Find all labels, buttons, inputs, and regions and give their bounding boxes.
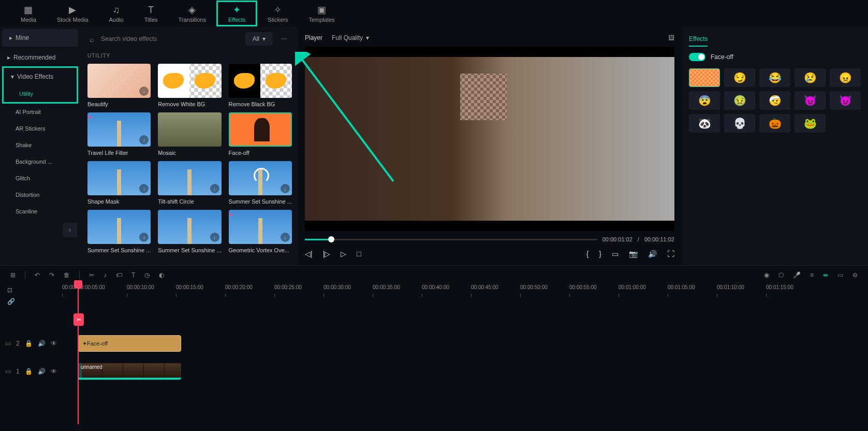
tag-icon[interactable]: 🏷 (116, 271, 122, 279)
timeline-view-icon[interactable]: ⊡ (7, 286, 15, 294)
sidebar-background[interactable]: Background ... (0, 153, 80, 170)
playhead[interactable] (78, 284, 79, 424)
face-option-9[interactable]: 😈 (830, 91, 861, 110)
delete-button[interactable]: 🗑 (64, 271, 70, 279)
sidebar-mine-label: Mine (16, 34, 29, 41)
time-mark-4: 00:00:20:00 (225, 284, 253, 290)
effect-summer-set-1[interactable]: ↓Summer Set Sunshine ... (229, 161, 292, 205)
face-option-5[interactable]: 😨 (689, 91, 720, 110)
more-button[interactable]: ⋯ (278, 35, 290, 42)
text-icon[interactable]: T (131, 271, 135, 279)
sidebar-shake[interactable]: Shake (0, 137, 80, 153)
clip-faceoff[interactable]: ✦ Face-off (78, 335, 181, 352)
sidebar-recommended-label: Recommended (13, 54, 55, 61)
cut-button[interactable]: ✂ (89, 271, 94, 279)
download-icon: ↓ (281, 184, 290, 193)
effect-beautify[interactable]: ↓Beautify (87, 64, 151, 107)
color-icon[interactable]: ◐ (159, 271, 164, 279)
face-option-mosaic[interactable] (689, 68, 720, 87)
filter-dropdown[interactable]: All▾ (245, 32, 273, 46)
nav-stickers[interactable]: ✧Stickers (257, 2, 298, 25)
effect-geometric-vortex[interactable]: ♦↓Geometric Vortex Ove... (229, 210, 292, 253)
effect-summer-set-3[interactable]: ↓Summer Set Sunshine ... (158, 210, 221, 253)
mixer-icon[interactable]: ≡ (810, 271, 814, 279)
lock-icon[interactable]: 🔒 (25, 368, 33, 375)
lock-icon[interactable]: 🔒 (25, 340, 33, 347)
effect-remove-white-bg[interactable]: Remove White BG (158, 64, 221, 107)
fit-icon[interactable]: ▭ (837, 271, 843, 279)
face-option-7[interactable]: 🤕 (759, 91, 790, 110)
sidebar-ai-portrait[interactable]: AI Portrait (0, 104, 80, 120)
face-option-6[interactable]: 🤢 (724, 91, 755, 110)
face-option-8[interactable]: 😈 (795, 91, 826, 110)
snapshot-icon[interactable]: 🖼 (668, 34, 674, 41)
split-marker[interactable]: ✂ (73, 313, 84, 326)
nav-templates[interactable]: ▣Templates (298, 2, 345, 25)
sidebar-mine[interactable]: ▸Mine (2, 29, 78, 47)
visibility-icon[interactable]: 👁 (51, 340, 57, 347)
face-option-2[interactable]: 😂 (759, 68, 790, 87)
nav-stock-media[interactable]: ▶Stock Media (47, 2, 99, 25)
face-option-3[interactable]: 😢 (795, 68, 826, 87)
stickers-icon: ✧ (274, 4, 282, 16)
sidebar-video-effects[interactable]: ▾Video Effects (4, 68, 77, 85)
tab-effects[interactable]: Effects (689, 32, 708, 47)
time-ruler[interactable]: 00:00 00:00:05:00 00:00:10:00 00:00:15:0… (62, 284, 868, 297)
effect-face-off[interactable]: Face-off (229, 112, 292, 156)
sidebar-utility[interactable]: Utility (4, 85, 77, 102)
face-option-4[interactable]: 😠 (830, 68, 861, 87)
effect-summer-set-2[interactable]: ↓Summer Set Sunshine ... (87, 210, 151, 253)
mark-in-button[interactable]: { (586, 250, 589, 258)
marker-icon[interactable]: ⬡ (778, 271, 784, 279)
mute-icon[interactable]: 🔊 (38, 368, 46, 375)
effect-shape-mask[interactable]: ↓Shape Mask (87, 161, 151, 205)
fullscreen-icon[interactable]: ⛶ (667, 250, 674, 258)
face-option-12[interactable]: 🎃 (759, 114, 790, 133)
sidebar-glitch[interactable]: Glitch (0, 170, 80, 186)
mark-out-button[interactable]: } (599, 250, 601, 258)
mute-icon[interactable]: 🔊 (38, 340, 46, 347)
sidebar-ar-stickers[interactable]: AR Stickers (0, 120, 80, 137)
effect-mosaic[interactable]: Mosaic (158, 112, 221, 156)
nav-transitions[interactable]: ◈Transitions (168, 2, 216, 25)
sidebar-distortion[interactable]: Distortion (0, 186, 80, 203)
faceoff-toggle[interactable] (689, 53, 705, 61)
face-option-13[interactable]: 🐸 (795, 114, 826, 133)
zoom-out-icon[interactable]: ⊖ (852, 271, 858, 279)
quality-dropdown[interactable]: Full Quality▾ (330, 32, 371, 44)
sidebar-recommended[interactable]: ▸Recommended (0, 49, 80, 66)
nav-media[interactable]: ▦Media (10, 2, 47, 25)
link-icon[interactable]: 🔗 (7, 298, 15, 305)
volume-icon[interactable]: 🔊 (648, 250, 657, 258)
stop-button[interactable]: □ (357, 250, 361, 258)
face-option-11[interactable]: 💀 (724, 114, 755, 133)
undo-button[interactable]: ↶ (35, 271, 40, 279)
speed-icon[interactable]: ◷ (144, 271, 150, 279)
effect-travel-life-filter[interactable]: ♦↓Travel Life Filter (87, 112, 151, 156)
clip-unnamed[interactable]: unnamed (78, 363, 181, 380)
nav-titles[interactable]: TTitles (134, 3, 168, 25)
redo-button[interactable]: ↷ (49, 271, 54, 279)
effect-tilt-shift-circle[interactable]: ↓Tilt-shift Circle (158, 161, 221, 205)
camera-icon[interactable]: 📷 (629, 250, 638, 258)
audio-edit-icon[interactable]: ♪ (104, 271, 107, 279)
snap-icon[interactable]: ⇹ (823, 271, 828, 279)
mic-icon[interactable]: 🎤 (793, 271, 801, 279)
face-option-10[interactable]: 🐼 (689, 114, 720, 133)
playback-progress[interactable] (305, 239, 597, 240)
grid-icon[interactable]: ⊞ (10, 271, 16, 279)
effect-remove-black-bg[interactable]: Remove Black BG (229, 64, 292, 107)
nav-audio[interactable]: ♫Audio (99, 3, 134, 25)
display-button[interactable]: ▭ (612, 250, 619, 258)
visibility-icon[interactable]: 👁 (51, 368, 57, 375)
sidebar-scanline[interactable]: Scanline (0, 203, 80, 220)
video-preview[interactable] (305, 47, 674, 231)
face-option-1[interactable]: 😏 (724, 68, 755, 87)
sidebar-collapse-button[interactable]: ‹ (63, 223, 77, 237)
search-input[interactable] (87, 32, 182, 46)
render-icon[interactable]: ◉ (764, 271, 769, 279)
prev-frame-button[interactable]: ◁| (305, 250, 313, 258)
play-button[interactable]: ▷ (341, 250, 346, 258)
next-frame-button[interactable]: |▷ (323, 250, 331, 258)
nav-effects[interactable]: ✦Effects (216, 1, 257, 26)
